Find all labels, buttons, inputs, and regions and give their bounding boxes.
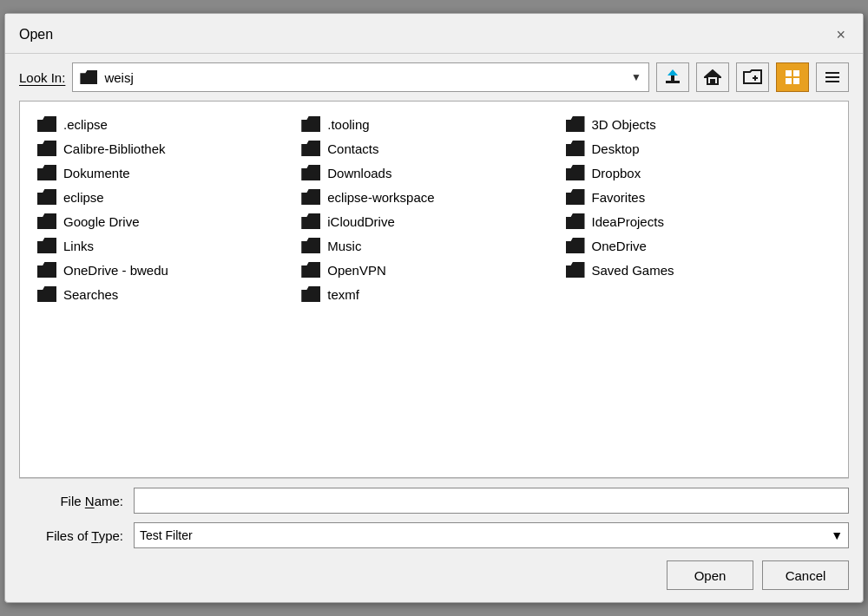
folder-icon <box>566 238 585 253</box>
file-item-name: OneDrive - bwedu <box>63 263 168 278</box>
list-item[interactable]: eclipse <box>34 185 298 209</box>
folder-icon <box>566 189 585 205</box>
file-item-name: Saved Games <box>592 263 674 278</box>
list-item[interactable]: .eclipse <box>34 112 298 136</box>
dropdown-arrow-icon: ▼ <box>631 71 641 83</box>
file-item-name: .eclipse <box>63 117 108 132</box>
file-type-arrow-icon: ▼ <box>831 528 843 542</box>
file-item-name: 3D Objects <box>592 117 656 132</box>
svg-rect-9 <box>793 70 799 76</box>
folder-icon <box>566 213 585 229</box>
svg-rect-11 <box>793 78 799 84</box>
list-item[interactable]: Dropbox <box>562 161 826 185</box>
list-item[interactable]: Google Drive <box>34 209 298 233</box>
file-item-name: Dropbox <box>592 166 641 180</box>
file-type-value: Test Filter <box>140 528 193 542</box>
file-item-name: Contacts <box>327 141 378 156</box>
file-item-name: Dokumente <box>63 166 130 180</box>
folder-icon <box>301 189 320 205</box>
folder-icon <box>37 116 56 132</box>
folder-icon <box>301 141 320 156</box>
list-item[interactable]: Searches <box>34 282 298 306</box>
list-item[interactable]: OneDrive - bwedu <box>34 258 298 282</box>
list-item[interactable]: OneDrive <box>562 233 826 258</box>
list-item[interactable]: Music <box>298 233 562 258</box>
svg-marker-2 <box>667 69 678 75</box>
list-item[interactable]: .tooling <box>298 112 562 136</box>
file-browser: .eclipse.tooling3D ObjectsCalibre-Biblio… <box>19 101 849 478</box>
list-item[interactable]: Links <box>34 233 298 258</box>
close-button[interactable]: × <box>832 25 849 44</box>
folder-icon <box>566 141 585 156</box>
look-in-label: Look In: <box>19 70 65 85</box>
svg-rect-8 <box>786 70 792 76</box>
look-in-value: weisj <box>104 70 133 85</box>
file-item-name: Links <box>63 239 94 253</box>
svg-rect-4 <box>710 79 715 84</box>
folder-icon <box>37 286 56 302</box>
file-item-name: IdeaProjects <box>592 214 664 229</box>
file-item-name: Desktop <box>592 141 640 156</box>
file-type-dropdown[interactable]: Test Filter ▼ <box>134 522 849 548</box>
open-button[interactable]: Open <box>667 560 753 590</box>
folder-icon <box>301 165 320 180</box>
bottom-section: File Name: Files of Type: Test Filter ▼ … <box>5 479 863 602</box>
folder-icon <box>301 286 320 302</box>
look-in-dropdown[interactable]: weisj ▼ <box>72 62 649 92</box>
folder-icon <box>37 213 56 229</box>
list-item[interactable]: iCloudDrive <box>298 209 562 233</box>
list-item[interactable]: Desktop <box>562 136 826 161</box>
list-item[interactable]: Saved Games <box>562 258 826 282</box>
svg-rect-10 <box>786 78 792 84</box>
list-item[interactable]: Contacts <box>298 136 562 161</box>
folder-icon <box>566 262 585 278</box>
folder-icon <box>301 238 320 253</box>
file-name-input[interactable] <box>134 488 849 514</box>
list-item[interactable]: OpenVPN <box>298 258 562 282</box>
folder-icon <box>80 70 97 84</box>
grid-view-button[interactable] <box>776 62 809 92</box>
go-up-icon <box>664 69 681 86</box>
folder-icon <box>301 262 320 278</box>
list-view-icon <box>824 69 841 86</box>
folder-icon <box>37 141 56 156</box>
list-item[interactable]: eclipse-workspace <box>298 185 562 209</box>
new-folder-icon <box>743 69 762 86</box>
file-item-name: OpenVPN <box>327 263 386 278</box>
title-bar: Open × <box>5 14 863 54</box>
folder-icon <box>301 213 320 229</box>
home-button[interactable] <box>696 62 729 92</box>
list-item[interactable]: Dokumente <box>34 161 298 185</box>
home-icon <box>704 69 721 86</box>
folder-icon <box>37 262 56 278</box>
list-item[interactable]: Downloads <box>298 161 562 185</box>
list-view-button[interactable] <box>816 62 849 92</box>
file-name-label: File Name: <box>19 494 123 508</box>
file-name-row: File Name: <box>19 488 849 514</box>
list-item[interactable]: 3D Objects <box>562 112 826 136</box>
list-item[interactable]: Favorites <box>562 185 826 209</box>
list-item[interactable]: IdeaProjects <box>562 209 826 233</box>
file-item-name: texmf <box>327 287 359 302</box>
folder-icon <box>566 165 585 180</box>
new-folder-button[interactable] <box>736 62 769 92</box>
svg-rect-13 <box>825 76 839 78</box>
file-item-name: eclipse-workspace <box>327 190 434 205</box>
file-item-name: Searches <box>63 287 118 302</box>
file-item-name: Downloads <box>327 166 391 180</box>
svg-rect-14 <box>825 81 839 82</box>
files-of-type-label: Files of Type: <box>19 528 123 543</box>
look-in-row: Look In: weisj ▼ <box>5 54 863 101</box>
grid-view-icon <box>784 69 801 86</box>
folder-icon <box>37 189 56 205</box>
cancel-button[interactable]: Cancel <box>762 560 849 590</box>
folder-icon <box>566 116 585 132</box>
go-up-button[interactable] <box>656 62 689 92</box>
file-item-name: Music <box>327 239 361 253</box>
svg-marker-5 <box>705 70 720 77</box>
list-item[interactable]: texmf <box>298 282 562 306</box>
list-item[interactable]: Calibre-Bibliothek <box>34 136 298 161</box>
folder-icon <box>37 238 56 253</box>
file-item-name: Google Drive <box>63 214 140 229</box>
file-item-name: eclipse <box>63 190 104 205</box>
